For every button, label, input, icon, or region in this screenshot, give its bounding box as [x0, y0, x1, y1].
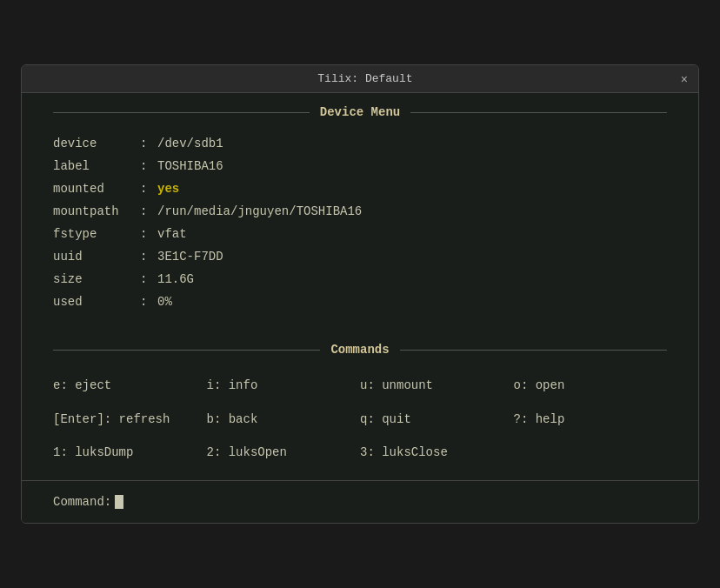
info-colon: :: [140, 246, 157, 269]
info-colon: :: [140, 178, 157, 201]
info-row: device : /dev/sdb1: [53, 133, 667, 156]
commands-grid: e: ejecti: infou: unmounto: open[Enter]:…: [22, 365, 698, 479]
cmd-item: i: info: [207, 376, 361, 395]
main-content: Device Menu device : /dev/sdb1label : TO…: [22, 93, 698, 522]
device-menu-header: Device Menu: [22, 93, 698, 128]
info-value: TOSHIBA16: [157, 156, 223, 178]
info-key: mountpath: [53, 201, 140, 224]
cmd-item: q: quit: [360, 410, 514, 429]
cmd-item: 3: luksClose: [360, 443, 514, 462]
info-key: size: [53, 269, 140, 291]
cmd-item: ?: help: [514, 410, 668, 429]
info-value: 3E1C-F7DD: [157, 246, 223, 269]
cmd-item: o: open: [514, 376, 668, 395]
command-input-row: Command:: [22, 480, 698, 523]
info-key: mounted: [53, 178, 140, 201]
cmd-item: [514, 443, 668, 462]
info-row: uuid : 3E1C-F7DD: [53, 246, 667, 269]
close-button[interactable]: ×: [681, 73, 688, 85]
command-cursor[interactable]: [115, 495, 123, 509]
info-key: fstype: [53, 224, 140, 246]
cmd-item: 1: luksDump: [53, 443, 207, 462]
commands-header: Commands: [22, 331, 698, 365]
info-colon: :: [140, 269, 157, 291]
info-row: fstype : vfat: [53, 224, 667, 246]
terminal-window: Tilix: Default × Device Menu device : /d…: [21, 64, 699, 523]
info-row: used : 0%: [53, 291, 667, 314]
info-value: vfat: [157, 224, 187, 246]
device-info-panel: device : /dev/sdb1label : TOSHIBA16mount…: [22, 128, 698, 331]
info-key: device: [53, 133, 140, 156]
commands-section: e: ejecti: infou: unmounto: open[Enter]:…: [22, 365, 698, 479]
info-colon: :: [140, 201, 157, 224]
window-title: Tilix: Default: [50, 72, 681, 85]
cmd-item: e: eject: [53, 376, 207, 395]
titlebar: Tilix: Default ×: [22, 65, 698, 93]
info-row: mountpath : /run/media/jnguyen/TOSHIBA16: [53, 201, 667, 224]
info-row: mounted : yes: [53, 178, 667, 201]
info-colon: :: [140, 291, 157, 314]
info-key: uuid: [53, 246, 140, 269]
info-key: used: [53, 291, 140, 314]
info-value: /dev/sdb1: [157, 133, 223, 156]
info-key: label: [53, 156, 140, 178]
info-row: label : TOSHIBA16: [53, 156, 667, 178]
info-colon: :: [140, 224, 157, 246]
info-value: 0%: [157, 291, 172, 314]
info-colon: :: [140, 133, 157, 156]
cmd-item: 2: luksOpen: [207, 443, 361, 462]
info-value: yes: [157, 178, 179, 201]
cmd-item: u: unmount: [360, 376, 514, 395]
cmd-item: b: back: [207, 410, 361, 429]
info-value: /run/media/jnguyen/TOSHIBA16: [157, 201, 362, 224]
info-value: 11.6G: [157, 269, 194, 291]
info-colon: :: [140, 156, 157, 178]
command-label: Command:: [53, 495, 111, 509]
info-row: size : 11.6G: [53, 269, 667, 291]
cmd-item: [Enter]: refresh: [53, 410, 207, 429]
